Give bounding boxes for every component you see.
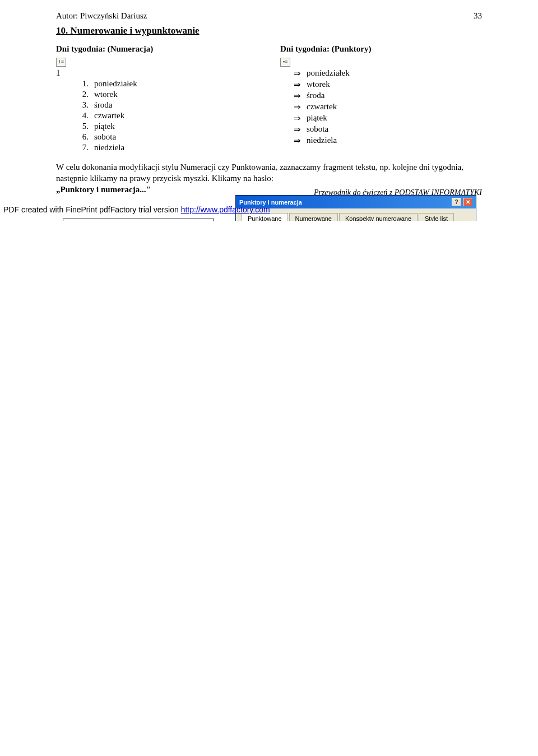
- left-lead: 1: [56, 68, 258, 78]
- pdffactory-link[interactable]: http://www.pdffactory.com: [181, 205, 270, 214]
- bullets-icon: ▪≡: [280, 58, 290, 67]
- double-arrow-icon: ⇒: [294, 80, 301, 90]
- page-number: 33: [474, 11, 482, 21]
- dialog-bullets-numbering: Punktory i numeracja ? ✕ Punktowane Nume…: [235, 195, 476, 221]
- dialog1-tabs: Punktowane Numerowane Konspekty numerowa…: [242, 213, 470, 221]
- double-arrow-icon: ⇒: [294, 124, 301, 134]
- footer-text: Przewodnik do ćwiczeń z PODSTAW INFORMAT…: [314, 188, 482, 197]
- numbering-icon: 1≡: [56, 58, 66, 67]
- pdf-factory-line: PDF created with FinePrint pdfFactory tr…: [3, 205, 270, 214]
- author-label: Autor: Piwczyński Dariusz: [56, 11, 147, 21]
- tab-numerowane[interactable]: Numerowane: [289, 213, 338, 221]
- double-arrow-icon: ⇒: [294, 113, 301, 123]
- left-col-title: Dni tygodnia: (Numeracja): [56, 44, 258, 54]
- tab-konspekty[interactable]: Konspekty numerowane: [339, 213, 418, 221]
- right-col-title: Dni tygodnia: (Punktory): [280, 44, 482, 54]
- left-column: Dni tygodnia: (Numeracja) 1≡ 1 1.poniedz…: [56, 44, 258, 154]
- help-button[interactable]: ?: [452, 198, 461, 206]
- double-arrow-icon: ⇒: [294, 68, 301, 78]
- section-title: 10. Numerowanie i wypunktowanie: [56, 25, 482, 36]
- double-arrow-icon: ⇒: [294, 102, 301, 112]
- close-button[interactable]: ✕: [463, 198, 472, 206]
- right-column: Dni tygodnia: (Punktory) ▪≡ ⇒poniedziałe…: [280, 44, 482, 154]
- dialog1-title: Punktory i numeracja: [239, 199, 302, 206]
- tab-style-list[interactable]: Style list: [419, 213, 454, 221]
- note-dostosuj: Jeżeli nasze punktora nie w okienku po p…: [63, 219, 214, 221]
- double-arrow-icon: ⇒: [294, 136, 301, 146]
- double-arrow-icon: ⇒: [294, 91, 301, 101]
